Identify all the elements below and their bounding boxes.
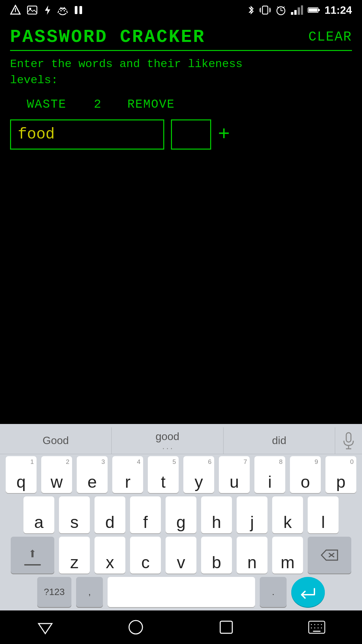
suggestion-did[interactable]: did: [224, 427, 335, 454]
svg-rect-26: [294, 10, 297, 15]
key-v[interactable]: v: [166, 537, 196, 574]
keyboard-row-1: 1q 2w 3e 4r 5t 6y 7u 8i 9o 0p: [0, 456, 362, 493]
period-key[interactable]: .: [260, 577, 287, 607]
number-input[interactable]: [171, 119, 211, 150]
key-u[interactable]: 7u: [219, 456, 250, 493]
svg-rect-25: [291, 12, 293, 15]
recents-icon: [219, 620, 234, 635]
key-h[interactable]: h: [201, 496, 232, 533]
word-entry-score: 2: [94, 98, 114, 111]
key-s[interactable]: s: [59, 496, 90, 533]
key-d[interactable]: d: [95, 496, 125, 533]
key-p[interactable]: 0p: [325, 456, 356, 493]
key-b[interactable]: b: [201, 537, 232, 574]
mic-button[interactable]: [335, 427, 362, 454]
lightning-icon: [44, 5, 52, 15]
svg-rect-31: [318, 9, 320, 11]
nav-bar: [0, 610, 362, 644]
bluetooth-icon: [247, 5, 255, 15]
key-m[interactable]: m: [272, 537, 303, 574]
clear-button[interactable]: CLEAR: [308, 30, 352, 45]
svg-rect-2: [27, 6, 37, 14]
app-title: PASSWORD CRACKER: [10, 27, 205, 47]
svg-rect-40: [220, 621, 232, 633]
word-entry-label: WASTE: [27, 98, 80, 111]
key-r[interactable]: 4r: [112, 456, 143, 493]
key-n[interactable]: n: [237, 537, 267, 574]
status-time: 11:24: [324, 4, 352, 16]
remove-button[interactable]: REMOVE: [127, 98, 175, 111]
mic-icon: [343, 432, 355, 449]
svg-marker-35: [321, 550, 338, 560]
key-z[interactable]: z: [59, 537, 90, 574]
add-button[interactable]: +: [218, 124, 230, 145]
status-icons-right: 11:24: [247, 4, 352, 16]
keyboard-bottom-row: ?123 , .: [0, 577, 362, 607]
app-area: PASSWORD CRACKER CLEAR Enter the words a…: [0, 20, 362, 160]
key-y[interactable]: 6y: [183, 456, 214, 493]
key-l[interactable]: l: [308, 496, 339, 533]
keyboard-row-2: a s d f g h j k l: [0, 496, 362, 533]
enter-icon: [300, 585, 316, 599]
keyboard: Good good ... did 1q 2w 3e 4r 5t 6y 7u 8…: [0, 424, 362, 610]
svg-point-10: [64, 10, 65, 11]
suggestions-row: Good good ... did: [0, 427, 362, 454]
key-f[interactable]: f: [130, 496, 161, 533]
key-i[interactable]: 8i: [254, 456, 285, 493]
suggestion-good[interactable]: good ...: [112, 427, 223, 454]
input-row: +: [10, 119, 352, 150]
battery-icon: [308, 7, 320, 13]
shift-key[interactable]: ⬆: [11, 537, 54, 574]
keyboard-row-3: ⬆ z x c v b n m: [0, 537, 362, 574]
svg-rect-14: [79, 6, 82, 14]
comma-key[interactable]: ,: [76, 577, 103, 607]
backspace-key[interactable]: [308, 537, 351, 574]
key-k[interactable]: k: [272, 496, 303, 533]
svg-point-39: [129, 621, 142, 634]
recents-button[interactable]: [213, 614, 240, 641]
backspace-icon: [320, 548, 339, 562]
svg-rect-28: [301, 5, 303, 15]
status-bar: 11:24: [0, 0, 362, 20]
vlc-icon: [10, 5, 21, 15]
space-key[interactable]: [108, 577, 255, 607]
num-symbol-key[interactable]: ?123: [37, 577, 71, 607]
key-t[interactable]: 5t: [148, 456, 179, 493]
svg-rect-6: [59, 10, 67, 13]
svg-rect-13: [75, 6, 77, 14]
key-x[interactable]: x: [95, 537, 125, 574]
svg-rect-30: [309, 8, 317, 12]
key-c[interactable]: c: [130, 537, 161, 574]
key-q[interactable]: 1q: [6, 456, 37, 493]
key-e[interactable]: 3e: [77, 456, 108, 493]
signal-icon: [291, 5, 303, 15]
svg-rect-27: [298, 7, 300, 15]
svg-rect-32: [346, 433, 351, 442]
word-rows: WASTE 2 REMOVE: [10, 98, 352, 111]
home-button[interactable]: [122, 614, 149, 641]
svg-marker-4: [45, 5, 50, 15]
suggestion-good-cap[interactable]: Good: [0, 427, 112, 454]
table-row: WASTE 2 REMOVE: [10, 98, 352, 111]
key-g[interactable]: g: [166, 496, 196, 533]
android-icon: [58, 5, 68, 15]
svg-rect-15: [262, 6, 268, 14]
keyboard-button[interactable]: [303, 614, 330, 641]
back-button[interactable]: [32, 614, 59, 641]
word-input[interactable]: [10, 119, 164, 150]
key-w[interactable]: 2w: [41, 456, 72, 493]
key-a[interactable]: a: [23, 496, 54, 533]
key-j[interactable]: j: [237, 496, 267, 533]
content-area: [0, 160, 362, 424]
pause-icon: [74, 5, 83, 15]
back-icon: [37, 619, 54, 636]
app-header: PASSWORD CRACKER CLEAR: [10, 27, 352, 51]
enter-key[interactable]: [291, 577, 325, 607]
svg-marker-38: [39, 624, 52, 634]
key-o[interactable]: 9o: [290, 456, 321, 493]
keyboard-icon: [308, 620, 325, 635]
status-icons-left: [10, 5, 83, 15]
instructions: Enter the words and their likenesslevels…: [10, 56, 352, 88]
vibrate-icon: [259, 5, 271, 15]
image-icon: [27, 5, 38, 15]
